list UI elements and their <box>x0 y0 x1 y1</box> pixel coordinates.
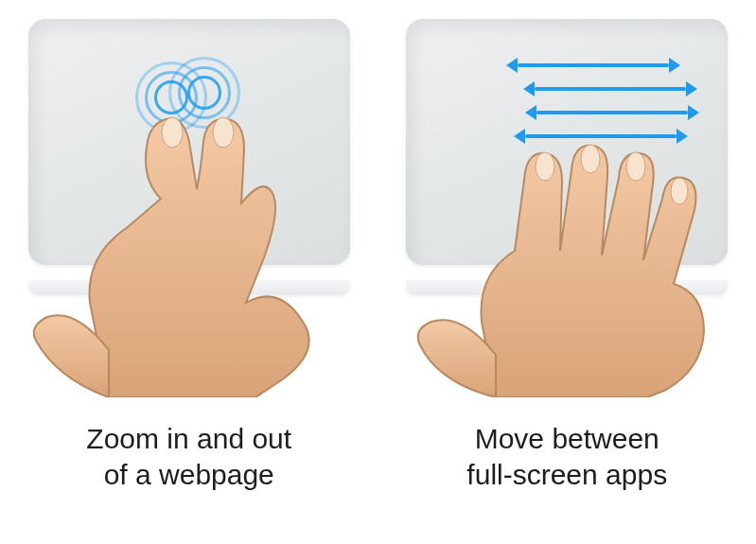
gesture-help-page: Zoom in and out of a webpage <box>0 0 756 544</box>
svg-point-1 <box>213 117 234 148</box>
svg-point-2 <box>536 152 554 181</box>
gesture-caption: Move between full-screen apps <box>466 421 667 492</box>
svg-point-5 <box>671 178 688 204</box>
hand-icon <box>0 38 360 397</box>
gesture-card-swipe-fullscreen: Move between full-screen apps <box>378 0 757 544</box>
gesture-caption: Zoom in and out of a webpage <box>86 421 291 492</box>
svg-point-0 <box>162 117 183 148</box>
hand-icon <box>382 38 742 397</box>
gesture-illustration <box>19 9 360 416</box>
gesture-card-pinch-zoom: Zoom in and out of a webpage <box>0 0 378 544</box>
svg-point-4 <box>626 152 645 181</box>
gesture-illustration <box>396 9 737 416</box>
svg-point-3 <box>581 145 600 173</box>
